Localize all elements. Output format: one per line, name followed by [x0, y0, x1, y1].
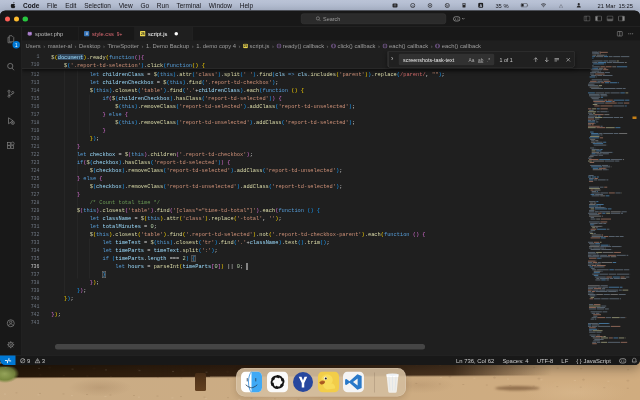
- svg-text:JS: JS: [141, 32, 145, 36]
- svg-text:A: A: [479, 4, 482, 8]
- svg-text:JS: JS: [244, 44, 247, 48]
